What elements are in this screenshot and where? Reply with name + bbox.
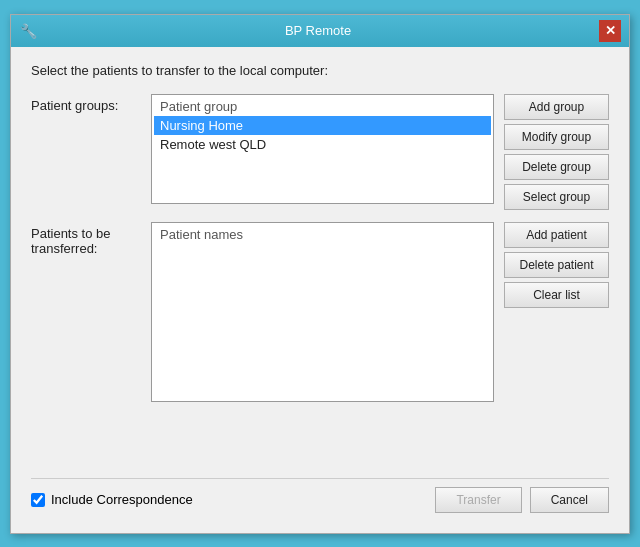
add-patient-button[interactable]: Add patient [504, 222, 609, 248]
cancel-button[interactable]: Cancel [530, 487, 609, 513]
patients-transferred-label-col: Patients to be transferred: [31, 222, 141, 256]
delete-group-button[interactable]: Delete group [504, 154, 609, 180]
clear-list-button[interactable]: Clear list [504, 282, 609, 308]
delete-patient-button[interactable]: Delete patient [504, 252, 609, 278]
include-correspondence-checkbox[interactable] [31, 493, 45, 507]
patient-groups-buttons: Add group Modify group Delete group Sele… [504, 94, 609, 210]
transfer-button[interactable]: Transfer [435, 487, 521, 513]
patient-groups-listbox-container: Patient group Nursing Home Remote west Q… [151, 94, 494, 204]
patient-groups-section: Patient groups: Patient group Nursing Ho… [31, 94, 609, 210]
patients-listbox[interactable]: Patient names [151, 222, 494, 402]
list-item[interactable]: Nursing Home [154, 116, 491, 135]
app-icon: 🔧 [19, 22, 37, 40]
select-group-button[interactable]: Select group [504, 184, 609, 210]
footer-buttons: Transfer Cancel [435, 487, 609, 513]
patient-groups-label: Patient groups: [31, 98, 118, 113]
footer: Include Correspondence Transfer Cancel [31, 478, 609, 517]
patient-groups-label-col: Patient groups: [31, 94, 141, 113]
add-group-button[interactable]: Add group [504, 94, 609, 120]
patients-list-header: Patient names [154, 225, 491, 244]
include-correspondence-label[interactable]: Include Correspondence [51, 492, 193, 507]
patients-listbox-container: Patient names [151, 222, 494, 402]
close-button[interactable]: ✕ [599, 20, 621, 42]
window-body: Select the patients to transfer to the l… [11, 47, 629, 533]
instruction-text: Select the patients to transfer to the l… [31, 63, 609, 78]
modify-group-button[interactable]: Modify group [504, 124, 609, 150]
main-window: 🔧 BP Remote ✕ Select the patients to tra… [10, 14, 630, 534]
patients-buttons: Add patient Delete patient Clear list [504, 222, 609, 308]
include-correspondence-area: Include Correspondence [31, 492, 193, 507]
patient-groups-header: Patient group [154, 97, 491, 116]
list-item[interactable]: Remote west QLD [154, 135, 491, 154]
title-bar: 🔧 BP Remote ✕ [11, 15, 629, 47]
patient-groups-listbox[interactable]: Patient group Nursing Home Remote west Q… [151, 94, 494, 204]
window-title: BP Remote [37, 23, 599, 38]
patients-transferred-label: Patients to be transferred: [31, 226, 111, 256]
patients-transferred-section: Patients to be transferred: Patient name… [31, 222, 609, 402]
